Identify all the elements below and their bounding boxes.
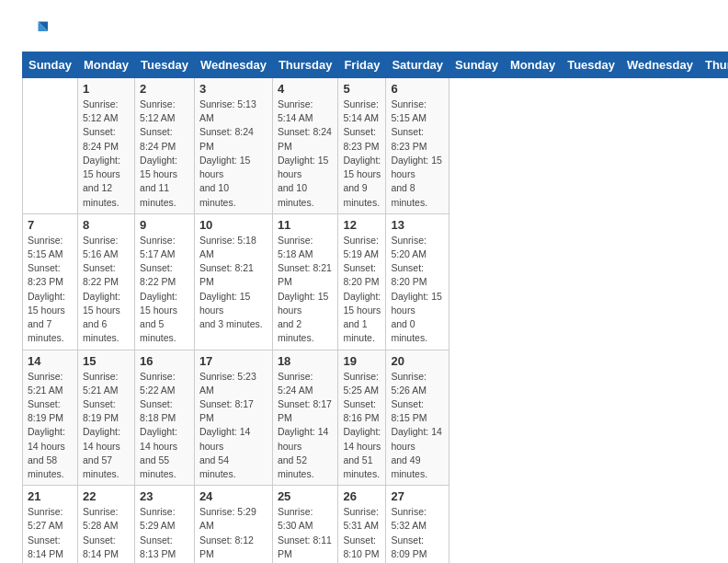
day-number: 26 [343,489,381,503]
column-header-sunday: Sunday [449,52,505,78]
calendar-cell: 6Sunrise: 5:15 AM Sunset: 8:23 PM Daylig… [386,78,449,214]
calendar-cell: 3Sunrise: 5:13 AM Sunset: 8:24 PM Daylig… [194,78,272,214]
cell-info: Sunrise: 5:15 AM Sunset: 8:23 PM Dayligh… [391,98,444,210]
day-number: 6 [391,82,444,96]
column-header-wednesday: Wednesday [194,52,272,78]
calendar-cell: 25Sunrise: 5:30 AM Sunset: 8:11 PM Dayli… [272,486,338,563]
day-number: 15 [83,354,130,368]
calendar-cell: 23Sunrise: 5:29 AM Sunset: 8:13 PM Dayli… [135,486,195,563]
cell-info: Sunrise: 5:23 AM Sunset: 8:17 PM Dayligh… [199,370,267,482]
calendar-cell: 12Sunrise: 5:19 AM Sunset: 8:20 PM Dayli… [338,213,386,350]
column-header-wednesday: Wednesday [620,52,699,78]
day-number: 5 [343,82,381,96]
day-number: 23 [140,489,189,503]
cell-info: Sunrise: 5:17 AM Sunset: 8:22 PM Dayligh… [140,234,189,346]
logo [22,18,51,44]
calendar-cell: 4Sunrise: 5:14 AM Sunset: 8:24 PM Daylig… [272,78,338,214]
calendar-cell: 5Sunrise: 5:14 AM Sunset: 8:23 PM Daylig… [338,78,386,214]
cell-info: Sunrise: 5:12 AM Sunset: 8:24 PM Dayligh… [140,98,189,210]
calendar-week-2: 7Sunrise: 5:15 AM Sunset: 8:23 PM Daylig… [23,213,729,350]
day-number: 9 [140,218,189,232]
day-number: 3 [199,82,267,96]
calendar-cell: 16Sunrise: 5:22 AM Sunset: 8:18 PM Dayli… [135,350,195,486]
cell-info: Sunrise: 5:13 AM Sunset: 8:24 PM Dayligh… [199,98,267,210]
calendar-week-1: 1Sunrise: 5:12 AM Sunset: 8:24 PM Daylig… [23,78,729,214]
calendar-cell: 15Sunrise: 5:21 AM Sunset: 8:19 PM Dayli… [77,350,134,486]
column-header-monday: Monday [77,52,134,78]
calendar-cell: 27Sunrise: 5:32 AM Sunset: 8:09 PM Dayli… [386,486,449,563]
calendar-cell: 9Sunrise: 5:17 AM Sunset: 8:22 PM Daylig… [135,213,195,350]
day-number: 8 [83,218,130,232]
page-header [22,18,706,44]
day-number: 4 [278,82,334,96]
day-number: 10 [199,218,267,232]
calendar-cell [23,78,78,214]
cell-info: Sunrise: 5:16 AM Sunset: 8:22 PM Dayligh… [83,234,130,346]
column-header-thursday: Thursday [699,52,728,78]
calendar-header-row: SundayMondayTuesdayWednesdayThursdayFrid… [23,52,729,78]
calendar-cell: 14Sunrise: 5:21 AM Sunset: 8:19 PM Dayli… [23,350,78,486]
calendar-cell: 26Sunrise: 5:31 AM Sunset: 8:10 PM Dayli… [338,486,386,563]
day-number: 17 [199,354,267,368]
cell-info: Sunrise: 5:18 AM Sunset: 8:21 PM Dayligh… [278,234,334,346]
calendar-cell: 19Sunrise: 5:25 AM Sunset: 8:16 PM Dayli… [338,350,386,486]
day-number: 12 [343,218,381,232]
column-header-saturday: Saturday [386,52,449,78]
day-number: 16 [140,354,189,368]
cell-info: Sunrise: 5:14 AM Sunset: 8:24 PM Dayligh… [278,98,334,210]
cell-info: Sunrise: 5:28 AM Sunset: 8:14 PM Dayligh… [83,505,130,563]
cell-info: Sunrise: 5:25 AM Sunset: 8:16 PM Dayligh… [343,370,381,482]
column-header-sunday: Sunday [23,52,78,78]
day-number: 21 [28,489,73,503]
day-number: 25 [278,489,334,503]
calendar-cell: 21Sunrise: 5:27 AM Sunset: 8:14 PM Dayli… [23,486,78,563]
calendar-cell: 24Sunrise: 5:29 AM Sunset: 8:12 PM Dayli… [194,486,272,563]
calendar-cell: 18Sunrise: 5:24 AM Sunset: 8:17 PM Dayli… [272,350,338,486]
calendar-cell: 17Sunrise: 5:23 AM Sunset: 8:17 PM Dayli… [194,350,272,486]
cell-info: Sunrise: 5:24 AM Sunset: 8:17 PM Dayligh… [278,370,334,482]
day-number: 18 [278,354,334,368]
calendar-cell: 7Sunrise: 5:15 AM Sunset: 8:23 PM Daylig… [23,213,78,350]
cell-info: Sunrise: 5:14 AM Sunset: 8:23 PM Dayligh… [343,98,381,210]
cell-info: Sunrise: 5:20 AM Sunset: 8:20 PM Dayligh… [391,234,444,346]
column-header-tuesday: Tuesday [135,52,195,78]
day-number: 19 [343,354,381,368]
cell-info: Sunrise: 5:29 AM Sunset: 8:12 PM Dayligh… [199,505,267,563]
day-number: 20 [391,354,444,368]
day-number: 22 [83,489,130,503]
calendar-cell: 13Sunrise: 5:20 AM Sunset: 8:20 PM Dayli… [386,213,449,350]
cell-info: Sunrise: 5:29 AM Sunset: 8:13 PM Dayligh… [140,505,189,563]
column-header-tuesday: Tuesday [562,52,621,78]
calendar-cell: 11Sunrise: 5:18 AM Sunset: 8:21 PM Dayli… [272,213,338,350]
cell-info: Sunrise: 5:21 AM Sunset: 8:19 PM Dayligh… [28,370,73,482]
calendar-cell: 2Sunrise: 5:12 AM Sunset: 8:24 PM Daylig… [135,78,195,214]
cell-info: Sunrise: 5:32 AM Sunset: 8:09 PM Dayligh… [391,505,444,563]
cell-info: Sunrise: 5:30 AM Sunset: 8:11 PM Dayligh… [278,505,334,563]
calendar-cell: 1Sunrise: 5:12 AM Sunset: 8:24 PM Daylig… [77,78,134,214]
calendar-cell: 20Sunrise: 5:26 AM Sunset: 8:15 PM Dayli… [386,350,449,486]
column-header-monday: Monday [505,52,562,78]
calendar-cell: 8Sunrise: 5:16 AM Sunset: 8:22 PM Daylig… [77,213,134,350]
cell-info: Sunrise: 5:31 AM Sunset: 8:10 PM Dayligh… [343,505,381,563]
day-number: 2 [140,82,189,96]
day-number: 24 [199,489,267,503]
column-header-thursday: Thursday [272,52,338,78]
cell-info: Sunrise: 5:22 AM Sunset: 8:18 PM Dayligh… [140,370,189,482]
day-number: 14 [28,354,73,368]
day-number: 11 [278,218,334,232]
cell-info: Sunrise: 5:27 AM Sunset: 8:14 PM Dayligh… [28,505,73,563]
cell-info: Sunrise: 5:15 AM Sunset: 8:23 PM Dayligh… [28,234,73,346]
column-header-friday: Friday [338,52,386,78]
cell-info: Sunrise: 5:26 AM Sunset: 8:15 PM Dayligh… [391,370,444,482]
day-number: 7 [28,218,73,232]
cell-info: Sunrise: 5:12 AM Sunset: 8:24 PM Dayligh… [83,98,130,210]
logo-icon [22,18,48,44]
cell-info: Sunrise: 5:19 AM Sunset: 8:20 PM Dayligh… [343,234,381,346]
cell-info: Sunrise: 5:21 AM Sunset: 8:19 PM Dayligh… [83,370,130,482]
calendar-week-3: 14Sunrise: 5:21 AM Sunset: 8:19 PM Dayli… [23,350,729,486]
calendar-cell: 22Sunrise: 5:28 AM Sunset: 8:14 PM Dayli… [77,486,134,563]
day-number: 13 [391,218,444,232]
calendar-table: SundayMondayTuesdayWednesdayThursdayFrid… [22,52,728,563]
cell-info: Sunrise: 5:18 AM Sunset: 8:21 PM Dayligh… [199,234,267,332]
day-number: 27 [391,489,444,503]
